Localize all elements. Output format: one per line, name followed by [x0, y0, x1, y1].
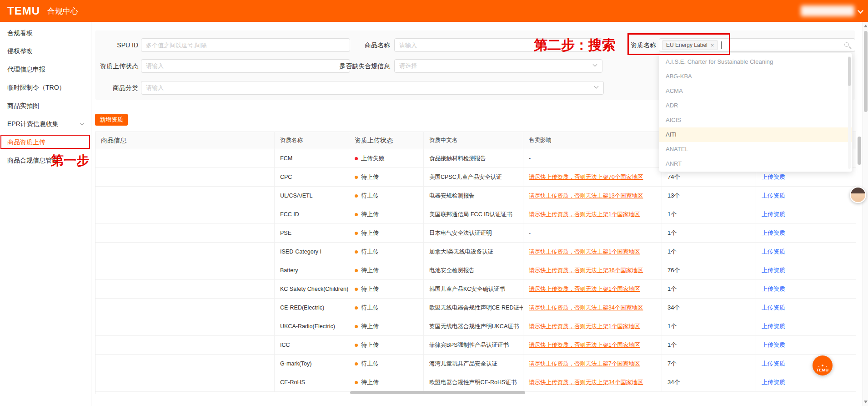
cert-name-cell: PSE — [275, 224, 349, 242]
upload-cert-link[interactable]: 上传资质 — [762, 248, 785, 256]
sidebar-item-tro[interactable]: 临时限制令（TRO） — [0, 78, 91, 96]
impact-cell: - — [523, 224, 662, 242]
product-name-input[interactable] — [394, 38, 602, 52]
upload-cert-link[interactable]: 上传资质 — [762, 322, 785, 330]
count-cell: 1个 — [662, 336, 756, 354]
chip-remove-icon[interactable]: × — [711, 42, 714, 48]
chevron-down-icon — [80, 121, 85, 125]
table-horizontal-scrollbar-thumb[interactable] — [350, 391, 525, 394]
cert-name-cell: UKCA-Radio(Electric) — [275, 317, 349, 335]
status-dot-icon — [355, 325, 358, 328]
upload-cert-link[interactable]: 上传资质 — [762, 192, 785, 200]
cert-name-cell: G-mark(Toy) — [275, 355, 349, 373]
table-row: UL/CSA/ETL待上传电器安规检测报告请尽快上传资质，否则无法上架13个国家… — [95, 187, 856, 205]
status-dot-icon — [355, 344, 358, 347]
impact-cell: 请尽快上传资质，否则无法上架13个国家地区 — [523, 187, 662, 205]
dropdown-option[interactable]: ANRT — [659, 157, 852, 171]
customer-service-avatar[interactable] — [850, 187, 866, 203]
page-scrollbar-thumb[interactable] — [864, 31, 868, 112]
cert-name-cell: Battery — [275, 261, 349, 279]
status-cell: 待上传 — [349, 243, 424, 261]
dropdown-option[interactable]: AICIS — [659, 113, 852, 127]
scroll-up-arrow-icon[interactable] — [864, 25, 868, 27]
temu-floating-button[interactable]: TEMU — [813, 355, 833, 376]
dropdown-option[interactable]: ADR — [659, 98, 852, 113]
sidebar-item-label: 侵权整改 — [7, 42, 33, 60]
status-dot-icon — [355, 288, 358, 291]
table-row: CE-RoHS待上传欧盟电器合规性声明CE-RoHS证书请尽快上传资质，否则无法… — [95, 373, 856, 392]
table-row: UKCA-Radio(Electric)待上传英国无线电器合规性声明UKCA证书… — [95, 317, 856, 336]
upload-cert-link[interactable]: 上传资质 — [762, 266, 785, 274]
cert-cn-cell: 海湾儿童玩具产品安全认证 — [424, 355, 523, 373]
upload-cert-link[interactable]: 上传资质 — [762, 210, 785, 218]
missing-info-select[interactable]: 请选择 — [394, 59, 602, 73]
sidebar-item-label: 合规看板 — [7, 24, 33, 42]
upload-cert-link[interactable]: 上传资质 — [762, 378, 785, 386]
upload-cert-link[interactable]: 上传资质 — [762, 360, 785, 368]
sidebar-item-product-photo[interactable]: 商品实拍图 — [0, 96, 91, 115]
category-placeholder: 请输入 — [146, 84, 164, 92]
status-label: 待上传 — [361, 378, 379, 386]
upload-cert-link[interactable]: 上传资质 — [762, 285, 785, 293]
cert-cn-cell: 欧盟无线电器合规性声明CE-RED证书 — [424, 299, 523, 317]
cert-cn-cell: 英国无线电器合规性声明UKCA证书 — [424, 317, 523, 335]
missing-info-label: 是否缺失合规信息 — [322, 59, 390, 73]
cert-cn-cell: 欧盟电器合规性声明CE-RoHS证书 — [424, 373, 523, 391]
action-cell: 上传资质 — [756, 205, 856, 223]
category-select[interactable]: 请输入 — [141, 81, 604, 95]
cert-name-cell: CE-RED(Electric) — [275, 299, 349, 317]
table-header-cell: 资质中文名 — [424, 132, 523, 149]
count-cell: 34个 — [662, 299, 756, 317]
spu-id-input[interactable] — [141, 38, 350, 52]
sidebar-item-agent-report[interactable]: 代理信息申报 — [0, 60, 91, 78]
table-row: G-mark(Toy)待上传海湾儿童玩具产品安全认证请尽快上传资质，否则无法上架… — [95, 355, 856, 373]
table-header-cell: 商品信息 — [95, 132, 275, 149]
impact-cell: - — [523, 149, 662, 167]
status-cell: 待上传 — [349, 299, 424, 317]
search-icon[interactable] — [844, 42, 851, 49]
sidebar-item-label: 商品合规信息管理 — [7, 151, 58, 169]
table-vertical-scrollbar-thumb[interactable] — [858, 137, 861, 165]
product-info-cell — [95, 280, 275, 298]
status-dot-icon — [355, 194, 358, 198]
cert-name-input[interactable]: EU Energy Label × — [659, 38, 855, 52]
upload-cert-link[interactable]: 上传资质 — [762, 341, 785, 349]
cert-cn-cell: 韩国儿童产品KC安全确认证书 — [424, 280, 523, 298]
dropdown-option[interactable]: ACMA — [659, 84, 852, 98]
status-dot-icon — [355, 232, 358, 235]
add-cert-button[interactable]: 新增资质 — [95, 114, 128, 126]
dropdown-option[interactable]: AITI — [659, 127, 852, 142]
user-account-blurred[interactable] — [801, 5, 854, 16]
status-cell: 待上传 — [349, 355, 424, 373]
upload-cert-link[interactable]: 上传资质 — [762, 173, 785, 181]
product-info-cell — [95, 336, 275, 354]
upload-status-select[interactable]: 请输入 — [141, 59, 350, 73]
count-cell: 76个 — [662, 261, 756, 279]
product-info-cell — [95, 224, 275, 242]
scroll-down-arrow-icon[interactable] — [864, 401, 868, 403]
dropdown-option[interactable]: A.I.S.E. Charter for Sustainable Cleanin… — [659, 55, 852, 69]
upload-cert-link[interactable]: 上传资质 — [762, 304, 785, 312]
sidebar-item-compliance-info[interactable]: 商品合规信息管理 — [0, 151, 91, 169]
product-info-cell — [95, 355, 275, 373]
status-cell: 待上传 — [349, 261, 424, 279]
user-menu-chevron-down-icon[interactable] — [858, 8, 863, 14]
count-cell: 13个 — [662, 187, 756, 205]
cert-name-cell: CE-RoHS — [275, 373, 349, 391]
dropdown-option[interactable]: ABG-KBA — [659, 69, 852, 84]
sidebar-item-cert-upload[interactable]: 商品资质上传 — [0, 133, 91, 151]
table-header-cell: 资质上传状态 — [349, 132, 424, 149]
dropdown-scrollbar-thumb[interactable] — [848, 57, 851, 86]
status-cell: 待上传 — [349, 373, 424, 391]
status-dot-icon — [355, 381, 358, 384]
upload-cert-link[interactable]: 上传资质 — [762, 229, 785, 237]
dropdown-option[interactable]: ANATEL — [659, 142, 852, 157]
sidebar-item-dashboard[interactable]: 合规看板 — [0, 24, 91, 42]
impact-cell: 请尽快上传资质，否则无法上架36个国家地区 — [523, 261, 662, 279]
sidebar-item-infringement[interactable]: 侵权整改 — [0, 42, 91, 60]
sidebar-item-epr[interactable]: EPR计费信息收集 — [0, 115, 91, 133]
page-scrollbar[interactable] — [863, 22, 868, 406]
count-cell: 1个 — [662, 280, 756, 298]
action-cell: 上传资质 — [756, 336, 856, 354]
text-cursor — [721, 41, 722, 49]
